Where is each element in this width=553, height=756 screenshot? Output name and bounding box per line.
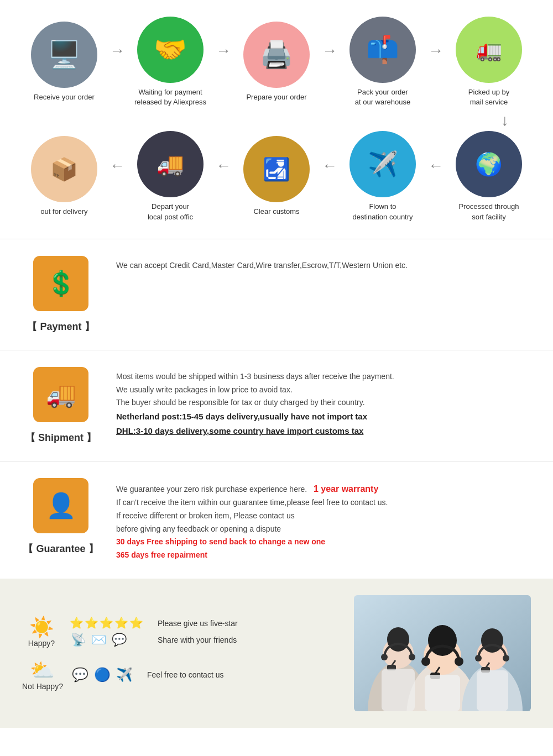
svg-rect-24	[477, 670, 508, 711]
share-text: Share with your friends	[158, 636, 238, 644]
depart-label: Depart yourlocal post offic	[148, 202, 193, 222]
svg-rect-23	[425, 675, 460, 711]
not-happy-label: Not Happy?	[22, 682, 63, 691]
payment-text: We can accept Credit Card,Master Card,Wi…	[116, 261, 408, 270]
flow-item-pack: 📫 Pack your orderat our warehouse	[338, 17, 427, 107]
guarantee-red2: 365 days free repairment	[116, 549, 531, 562]
payment-content: We can accept Credit Card,Master Card,Wi…	[116, 256, 531, 272]
svg-point-17	[481, 628, 503, 653]
share-icons: 📡 ✉️ 💬	[71, 633, 143, 647]
arrow-7: ←	[322, 157, 337, 197]
footer-left: ☀️ Happy? ⭐ ⭐ ⭐ ⭐ ⭐ 📡 ✉️ 💬 Please give	[22, 616, 343, 691]
flow-item-delivery: 📦 out for delivery	[20, 136, 108, 217]
svg-point-19	[503, 655, 509, 662]
contact-icon-3: ✈️	[116, 667, 133, 683]
shipment-icon-block: 🚚 【 Shipment 】	[22, 367, 100, 444]
guarantee-label: 【 Guarantee 】	[23, 542, 98, 555]
shipment-line3: The buyer should be responsible for tax …	[116, 396, 531, 410]
svg-point-3	[387, 627, 409, 652]
shipment-line2: We usually write packages in low price t…	[116, 384, 531, 397]
flow-item-flown: ✈️ Flown todestination country	[338, 131, 427, 222]
contact-icons: 💬 🔵 ✈️	[72, 667, 133, 683]
flown-icon: ✈️	[349, 131, 416, 197]
footer-section: ☀️ Happy? ⭐ ⭐ ⭐ ⭐ ⭐ 📡 ✉️ 💬 Please give	[0, 579, 553, 728]
receive-icon: 🖥️	[31, 22, 97, 88]
star-2: ⭐	[85, 616, 98, 629]
flow-item-depart: 🚚 Depart yourlocal post offic	[126, 131, 215, 222]
star-1: ⭐	[70, 616, 84, 629]
five-star-text: Please give us five-star	[158, 619, 238, 628]
receive-label: Receive your order	[34, 92, 95, 102]
guarantee-section: 👤 【 Guarantee 】 We guarantee your zero r…	[0, 461, 553, 579]
prepare-icon: 🖨️	[243, 22, 310, 88]
arrow-5: ←	[109, 157, 125, 197]
pack-icon: 📫	[349, 17, 416, 83]
pickedup-icon: 🚛	[456, 17, 522, 83]
shipment-section: 🚚 【 Shipment 】 Most items would be shipp…	[0, 350, 553, 461]
star-4: ⭐	[114, 616, 128, 629]
delivery-icon: 📦	[31, 136, 97, 202]
pack-label: Pack your orderat our warehouse	[355, 87, 410, 107]
waiting-icon: 🤝	[137, 17, 204, 83]
processed-icon: 🌍	[456, 131, 522, 197]
star-5: ⭐	[129, 616, 143, 629]
svg-point-11	[421, 657, 430, 666]
share-icon-1: 📡	[71, 633, 86, 647]
flow-item-customs: 🛃 Clear customs	[232, 136, 321, 217]
flown-label: Flown todestination country	[352, 202, 413, 222]
guarantee-line4: before giving any feedback or opening a …	[116, 523, 531, 536]
arrow-8: ←	[428, 157, 444, 197]
shipment-label: 【 Shipment 】	[25, 431, 96, 444]
customs-icon: 🛃	[243, 136, 310, 202]
happy-row: ☀️ Happy? ⭐ ⭐ ⭐ ⭐ ⭐ 📡 ✉️ 💬 Please give	[22, 616, 343, 648]
svg-point-18	[475, 655, 482, 662]
prepare-label: Prepare your order	[246, 92, 306, 102]
guarantee-line2: If can't receive the item within our gua…	[116, 496, 531, 510]
guarantee-line3: If receive different or broken item, Ple…	[116, 510, 531, 523]
cloud-icon: ⛅	[30, 659, 55, 682]
arrow-3: →	[322, 42, 337, 82]
arrow-2: →	[216, 42, 231, 82]
contact-text: Feel free to contact us	[147, 670, 224, 679]
not-happy-row: ⛅ Not Happy? 💬 🔵 ✈️ Feel free to contact…	[22, 659, 343, 691]
delivery-label: out for delivery	[40, 207, 87, 217]
customs-label: Clear customs	[253, 207, 299, 217]
guarantee-icon-block: 👤 【 Guarantee 】	[22, 478, 100, 555]
svg-point-5	[409, 654, 415, 660]
guarantee-red1: 30 days Free shipping to send back to ch…	[116, 536, 531, 549]
svg-point-4	[381, 654, 388, 660]
arrow-6: ←	[216, 157, 231, 197]
customer-service-image	[354, 595, 531, 711]
warranty-text: 1 year warranty	[314, 484, 378, 494]
flow-item-waiting: 🤝 Waiting for paymentreleased by Aliexpr…	[126, 17, 215, 107]
star-3: ⭐	[100, 616, 113, 629]
contact-icon-1: 💬	[72, 667, 88, 683]
svg-point-10	[428, 625, 457, 656]
flow-row-2: 📦 out for delivery ← 🚚 Depart yourlocal …	[11, 131, 542, 222]
shipment-bold1: Netherland post:15-45 days delivery,usua…	[116, 410, 531, 424]
process-section: 🖥️ Receive your order → 🤝 Waiting for pa…	[0, 0, 553, 239]
arrow-down: ↓	[501, 113, 509, 128]
guarantee-content: We guarantee your zero risk purchase exp…	[116, 478, 531, 562]
depart-icon: 🚚	[137, 131, 204, 197]
guarantee-line1: We guarantee your zero risk purchase exp…	[116, 481, 531, 496]
arrow-down-container: ↓	[11, 113, 542, 128]
flow-item-prepare: 🖨️ Prepare your order	[232, 22, 321, 102]
arrow-1: →	[109, 42, 125, 82]
stars-row: ⭐ ⭐ ⭐ ⭐ ⭐	[70, 616, 143, 629]
flow-item-pickedup: 🚛 Picked up bymail service	[445, 17, 533, 107]
svg-rect-22	[382, 669, 415, 711]
processed-label: Processed throughsort facility	[458, 202, 519, 222]
shipment-line1: Most items would be shipped within 1-3 b…	[116, 370, 531, 384]
arrow-4: →	[428, 42, 444, 82]
shipment-bold2: DHL:3-10 days delivery,some country have…	[116, 424, 531, 438]
payment-label: 【 Payment 】	[27, 320, 94, 333]
waiting-label: Waiting for paymentreleased by Aliexpres…	[134, 87, 206, 107]
happy-label: Happy?	[28, 639, 55, 648]
contact-icon-2: 🔵	[94, 667, 111, 683]
shipment-content: Most items would be shipped within 1-3 b…	[116, 367, 531, 438]
sun-icon: ☀️	[29, 616, 54, 639]
payment-icon-block: 💲 【 Payment 】	[22, 256, 100, 333]
payment-section: 💲 【 Payment 】 We can accept Credit Card,…	[0, 239, 553, 350]
svg-point-12	[455, 657, 463, 666]
